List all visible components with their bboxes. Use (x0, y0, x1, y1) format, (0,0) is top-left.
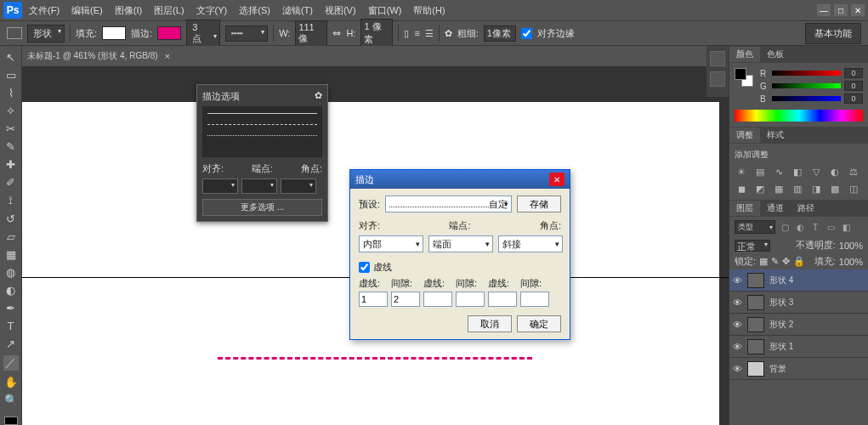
eraser-tool-icon[interactable]: ▱ (3, 230, 19, 243)
menu-image[interactable]: 图像(I) (115, 4, 142, 17)
g-value[interactable]: 0 (844, 81, 863, 91)
fill-swatch[interactable] (102, 26, 126, 40)
type-tool-icon[interactable]: T (3, 320, 19, 332)
dlg-align-select[interactable]: 内部 (359, 235, 423, 252)
line-tool-icon[interactable] (7, 27, 22, 39)
adj-lookup-icon[interactable]: ▥ (791, 183, 804, 195)
dodge-tool-icon[interactable]: ◐ (3, 284, 19, 297)
filter-adjust-icon[interactable]: ◐ (794, 221, 806, 233)
eyedropper-tool-icon[interactable]: ✎ (3, 140, 19, 153)
menu-window[interactable]: 窗口(W) (368, 4, 402, 17)
adj-levels-icon[interactable]: ▤ (753, 166, 767, 178)
adj-invert-icon[interactable]: ◨ (809, 183, 823, 195)
tab-layers[interactable]: 图层 (729, 201, 760, 216)
menu-help[interactable]: 帮助(H) (413, 4, 445, 17)
blur-tool-icon[interactable]: ◍ (3, 266, 19, 279)
close-tab-icon[interactable]: × (165, 51, 170, 61)
tab-adjustments[interactable]: 调整 (729, 128, 760, 143)
layer-thumb[interactable] (747, 273, 764, 288)
tab-swatches[interactable]: 色板 (760, 47, 791, 62)
tab-color[interactable]: 颜色 (729, 47, 760, 62)
pen-tool-icon[interactable]: ✒ (3, 302, 19, 314)
line-shape-icon[interactable]: ／ (3, 355, 19, 371)
r-value[interactable]: 0 (844, 68, 863, 78)
layer-item[interactable]: 👁形状 1 (729, 336, 868, 358)
adj-photo-icon[interactable]: ◩ (753, 183, 767, 195)
menu-type[interactable]: 文字(Y) (196, 4, 228, 17)
ok-button[interactable]: 确定 (517, 315, 561, 332)
filter-smart-icon[interactable]: ◧ (840, 221, 852, 233)
popup-align-select[interactable] (202, 178, 238, 194)
height-input[interactable]: 1 像素 (360, 19, 393, 48)
adj-hue-icon[interactable]: ◐ (828, 166, 842, 178)
dash-input-2[interactable] (423, 292, 452, 307)
opacity-value[interactable]: 100% (839, 241, 863, 251)
lock-pos-icon[interactable]: ✥ (782, 256, 790, 267)
preset-dotted[interactable] (207, 135, 317, 136)
preset-solid[interactable] (207, 113, 317, 114)
path-select-icon[interactable]: ↗ (3, 337, 19, 350)
stroke-popup-gear-icon[interactable]: ✿ (315, 90, 322, 103)
document-tab[interactable]: 未标题-1 @ 461% (形状 4, RGB/8) (27, 50, 158, 62)
dlg-corners-select[interactable]: 斜接 (498, 235, 563, 252)
layer-thumb[interactable] (747, 317, 764, 332)
visibility-icon[interactable]: 👁 (733, 275, 742, 286)
fg-bg-swatch[interactable] (735, 68, 753, 87)
dialog-close-icon[interactable]: ✕ (549, 173, 564, 186)
stroke-preset-list[interactable] (202, 106, 322, 157)
zoom-tool-icon[interactable]: 🔍 (3, 394, 19, 406)
minimize-button[interactable]: — (817, 4, 831, 16)
maximize-button[interactable]: □ (834, 4, 848, 16)
layer-item[interactable]: 👁形状 2 (729, 314, 868, 336)
g-slider[interactable] (772, 83, 841, 88)
menu-select[interactable]: 选择(S) (239, 4, 270, 17)
adj-exposure-icon[interactable]: ◧ (791, 166, 804, 178)
stroke-swatch[interactable] (157, 26, 181, 40)
r-slider[interactable] (772, 71, 841, 76)
stroke-type-dropdown[interactable]: ┅┅ (225, 26, 268, 42)
tab-paths[interactable]: 路径 (791, 201, 821, 216)
stamp-tool-icon[interactable]: ⟟ (3, 194, 19, 207)
gear-icon[interactable]: ✿ (445, 28, 452, 39)
more-options-button[interactable]: 更多选项 ... (202, 199, 322, 216)
dlg-caps-select[interactable]: 端面 (428, 235, 493, 252)
align-icon[interactable]: ≡ (414, 28, 419, 38)
marquee-tool-icon[interactable]: ▭ (3, 69, 19, 82)
visibility-icon[interactable]: 👁 (733, 364, 742, 374)
move-tool-icon[interactable]: ↖ (3, 51, 19, 64)
wand-tool-icon[interactable]: ✧ (3, 105, 19, 117)
dialog-titlebar[interactable]: 描边 ✕ (350, 170, 570, 189)
preset-dashed[interactable] (207, 124, 317, 125)
hand-tool-icon[interactable]: ✋ (3, 376, 19, 388)
lock-pixels-icon[interactable]: ✎ (771, 256, 779, 267)
link-wh-icon[interactable]: ⇔ (332, 27, 341, 39)
adj-brightness-icon[interactable]: ☀ (735, 166, 748, 178)
tab-styles[interactable]: 样式 (760, 128, 791, 143)
menu-edit[interactable]: 编辑(E) (71, 4, 103, 17)
layer-item[interactable]: 👁形状 4 (729, 269, 868, 292)
properties-panel-icon[interactable] (710, 71, 725, 87)
stroke-width-dropdown[interactable]: 3 点 (186, 20, 220, 48)
shape-mode-dropdown[interactable]: 形状 (27, 25, 65, 42)
visibility-icon[interactable]: 👁 (733, 342, 742, 352)
dash-input-5[interactable] (520, 292, 549, 307)
visibility-icon[interactable]: 👁 (733, 320, 742, 330)
adj-threshold-icon[interactable]: ◫ (847, 183, 860, 195)
preset-select[interactable]: 自定 (385, 196, 512, 212)
adj-balance-icon[interactable]: ⚖ (847, 166, 860, 178)
dash-input-4[interactable] (488, 292, 517, 307)
menu-filter[interactable]: 滤镜(T) (282, 4, 313, 17)
history-panel-icon[interactable] (710, 51, 725, 66)
menu-file[interactable]: 文件(F) (29, 4, 60, 17)
dash-input-0[interactable] (359, 292, 388, 307)
lock-trans-icon[interactable]: ▦ (759, 256, 768, 267)
heal-tool-icon[interactable]: ✚ (3, 158, 19, 171)
fill-opacity-value[interactable]: 100% (839, 257, 863, 267)
popup-caps-select[interactable] (241, 178, 277, 194)
workspace-selector[interactable]: 基本功能 (805, 23, 861, 44)
thickness-input[interactable]: 1像素 (484, 26, 516, 42)
dash-input-3[interactable] (456, 292, 485, 307)
brush-tool-icon[interactable]: ✐ (3, 176, 19, 189)
adj-poster-icon[interactable]: ▩ (828, 183, 842, 195)
tab-channels[interactable]: 通道 (760, 201, 791, 216)
